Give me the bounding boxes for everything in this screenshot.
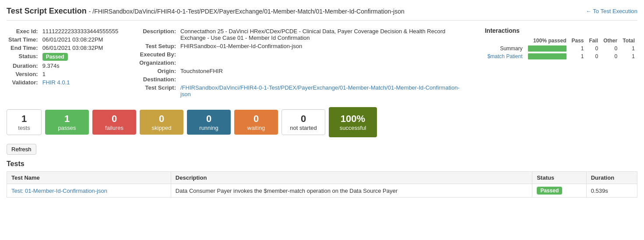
interactions-title: Interactions	[485, 27, 637, 34]
executed-by-label: Executed By:	[137, 50, 178, 59]
not-started-number: 0	[289, 113, 318, 125]
interactions-fail: 0	[587, 52, 601, 60]
stat-tests-box: 1 tests	[7, 109, 42, 135]
exec-id-row: Exec Id: 111122222333333444555555	[7, 27, 120, 35]
col-status: Status	[532, 172, 586, 184]
tests-section: Tests Test Name Description Status Durat…	[7, 160, 637, 198]
interactions-fail: 0	[587, 45, 601, 52]
refresh-button[interactable]: Refresh	[7, 144, 36, 155]
stat-waiting-box: 0 waiting	[234, 110, 278, 135]
organization-row: Organization:	[137, 59, 467, 67]
not-started-label: not started	[289, 125, 318, 131]
test-duration-cell: 0.539s	[586, 184, 637, 198]
status-value: Passed	[40, 52, 120, 62]
page-title: Test Script Execution - /FHIRSandbox/DaV…	[7, 7, 405, 16]
failures-label: failures	[99, 125, 129, 131]
end-time-value: 06/01/2021 03:08:32PM	[40, 44, 120, 52]
stat-skipped-box: 0 skipped	[140, 110, 183, 135]
interactions-row-label: Summary	[485, 45, 525, 52]
progress-bar-cell	[525, 52, 569, 60]
waiting-label: waiting	[241, 125, 271, 131]
test-script-value: /FHIRSandbox/DaVinci/FHIR4-0-1-Test/PDEX…	[178, 83, 467, 98]
interactions-row-1: $match Patient1001	[485, 52, 637, 60]
interactions-pass: 1	[569, 45, 587, 52]
stat-failures-box: 0 failures	[92, 110, 136, 135]
version-row: Version: 1	[7, 70, 120, 78]
interactions-total: 1	[620, 52, 637, 60]
progress-bar-cell	[525, 45, 569, 52]
test-name-link[interactable]: Test: 01-Member-Id-Confirmation-json	[11, 188, 107, 194]
tests-header-row: Test Name Description Status Duration	[7, 172, 637, 184]
passes-number: 1	[52, 113, 82, 125]
meta-right-interactions: Interactions 100% passed Pass Fail Other…	[485, 27, 637, 98]
title-path: - /FHIRSandbox/DaVinci/FHIR4-0-1-Test/PD…	[89, 8, 405, 15]
col-test-name: Test Name	[7, 172, 171, 184]
interactions-col-total: Total	[620, 37, 637, 45]
status-row: Status: Passed	[7, 52, 120, 62]
end-time-label: End Time:	[7, 44, 40, 52]
start-time-label: Start Time:	[7, 35, 40, 44]
stat-running-box: 0 running	[187, 110, 231, 135]
test-script-label: Test Script:	[137, 83, 178, 98]
validator-label: Validator:	[7, 78, 40, 87]
stat-result-box: 100% successful	[329, 107, 377, 137]
start-time-value: 06/01/2021 03:08:22PM	[40, 35, 120, 44]
destination-value	[178, 75, 467, 83]
col-duration: Duration	[586, 172, 637, 184]
running-number: 0	[194, 113, 224, 125]
passes-label: passes	[52, 125, 82, 131]
end-time-row: End Time: 06/01/2021 03:08:32PM	[7, 44, 120, 52]
stats-row: 1 tests 1 passes 0 failures 0 skipped 0 …	[7, 107, 637, 137]
tests-table: Test Name Description Status Duration Te…	[7, 171, 637, 198]
test-name-cell: Test: 01-Member-Id-Confirmation-json	[7, 184, 171, 198]
stat-not-started-box: 0 not started	[282, 109, 325, 135]
meta-section: Exec Id: 111122222333333444555555 Start …	[7, 27, 637, 98]
start-time-row: Start Time: 06/01/2021 03:08:22PM	[7, 35, 120, 44]
title-main: Test Script Execution	[7, 7, 87, 15]
stat-passes-box: 1 passes	[45, 110, 89, 135]
interactions-pass: 1	[569, 52, 587, 60]
interactions-header-row: 100% passed Pass Fail Other Total	[485, 37, 637, 45]
skipped-label: skipped	[147, 125, 176, 131]
origin-row: Origin: TouchstoneFHIR	[137, 67, 467, 75]
executed-by-row: Executed By:	[137, 50, 467, 59]
status-badge: Passed	[42, 53, 68, 61]
validator-value: FHIR 4.0.1	[40, 78, 120, 87]
version-label: Version:	[7, 70, 40, 78]
origin-label: Origin:	[137, 67, 178, 75]
patient-link[interactable]: Patient	[506, 53, 522, 59]
validator-row: Validator: FHIR 4.0.1	[7, 78, 120, 87]
interactions-other: 0	[601, 45, 620, 52]
test-script-row: Test Script: /FHIRSandbox/DaVinci/FHIR4-…	[137, 83, 467, 98]
destination-row: Destination:	[137, 75, 467, 83]
interactions-col-label	[485, 37, 525, 45]
exec-id-value: 111122222333333444555555	[40, 27, 120, 35]
result-pct: 100%	[338, 113, 368, 125]
result-label: successful	[338, 125, 368, 131]
test-setup-row: Test Setup: FHIRSandbox--01-Member-Id-Co…	[137, 42, 467, 50]
test-status-cell: Passed	[532, 184, 586, 198]
test-script-link[interactable]: /FHIRSandbox/DaVinci/FHIR4-0-1-Test/PDEX…	[180, 84, 460, 97]
organization-value	[178, 59, 467, 67]
origin-value: TouchstoneFHIR	[178, 67, 467, 75]
interactions-table: 100% passed Pass Fail Other Total Summar…	[485, 37, 637, 60]
destination-label: Destination:	[137, 75, 178, 83]
test-setup-label: Test Setup:	[137, 42, 178, 50]
description-value: Connectathon 25 - DaVinci HRex/CDex/PCDE…	[178, 27, 467, 42]
waiting-number: 0	[241, 113, 271, 125]
table-row: Test: 01-Member-Id-Confirmation-jsonData…	[7, 184, 637, 198]
status-badge: Passed	[537, 187, 562, 195]
test-setup-value: FHIRSandbox--01-Member-Id-Confirmation-j…	[178, 42, 467, 50]
organization-label: Organization:	[137, 59, 178, 67]
tests-title: Tests	[7, 160, 637, 168]
smatch-link[interactable]: $match	[487, 53, 504, 59]
description-label: Description:	[137, 27, 178, 42]
interactions-col-fail: Fail	[587, 37, 601, 45]
to-test-execution-link[interactable]: To Test Execution	[586, 8, 637, 14]
validator-link[interactable]: FHIR 4.0.1	[42, 79, 70, 86]
test-description-cell: Data Consumer Payer invokes the $member-…	[171, 184, 532, 198]
status-label: Status:	[7, 52, 40, 62]
interactions-col-pass: Pass	[569, 37, 587, 45]
tests-label: tests	[14, 125, 34, 131]
interactions-col-pct: 100% passed	[525, 37, 569, 45]
